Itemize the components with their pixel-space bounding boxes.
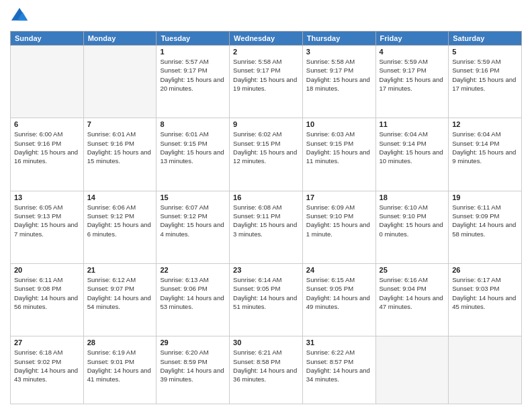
- calendar-cell: 13Sunrise: 6:05 AMSunset: 9:13 PMDayligh…: [11, 191, 84, 263]
- day-info: Sunrise: 6:19 AMSunset: 9:01 PMDaylight:…: [87, 348, 153, 383]
- calendar-cell: 25Sunrise: 6:16 AMSunset: 9:04 PMDayligh…: [375, 264, 449, 336]
- calendar-cell: 22Sunrise: 6:13 AMSunset: 9:06 PMDayligh…: [157, 264, 230, 336]
- weekday-header: Monday: [83, 32, 157, 46]
- day-number: 15: [160, 193, 226, 201]
- calendar-cell: [375, 336, 449, 404]
- calendar-cell: 24Sunrise: 6:15 AMSunset: 9:05 PMDayligh…: [302, 264, 375, 336]
- day-info: Sunrise: 6:02 AMSunset: 9:15 PMDaylight:…: [233, 130, 299, 165]
- day-number: 18: [380, 193, 445, 201]
- day-number: 21: [87, 266, 153, 274]
- calendar-cell: 6Sunrise: 6:00 AMSunset: 9:16 PMDaylight…: [11, 118, 84, 191]
- weekday-header: Saturday: [449, 32, 522, 46]
- calendar-week-row: 27Sunrise: 6:18 AMSunset: 9:02 PMDayligh…: [11, 336, 522, 404]
- day-number: 12: [452, 120, 518, 128]
- day-number: 7: [87, 120, 153, 128]
- day-info: Sunrise: 6:05 AMSunset: 9:13 PMDaylight:…: [14, 203, 80, 238]
- day-number: 31: [306, 338, 372, 347]
- calendar-cell: 5Sunrise: 5:59 AMSunset: 9:16 PMDaylight…: [449, 46, 522, 118]
- day-info: Sunrise: 6:14 AMSunset: 9:05 PMDaylight:…: [233, 275, 299, 311]
- day-number: 14: [87, 193, 153, 201]
- day-info: Sunrise: 5:59 AMSunset: 9:16 PMDaylight:…: [452, 57, 518, 93]
- day-number: 17: [306, 193, 372, 201]
- logo-icon: [10, 7, 29, 26]
- calendar-week-row: 13Sunrise: 6:05 AMSunset: 9:13 PMDayligh…: [11, 191, 522, 263]
- calendar-table: SundayMondayTuesdayWednesdayThursdayFrid…: [10, 31, 522, 404]
- day-number: 10: [306, 120, 372, 128]
- header: [10, 7, 522, 26]
- day-info: Sunrise: 6:01 AMSunset: 9:16 PMDaylight:…: [87, 130, 153, 165]
- day-info: Sunrise: 6:12 AMSunset: 9:07 PMDaylight:…: [87, 275, 153, 311]
- calendar-cell: [83, 46, 157, 118]
- day-number: 13: [14, 193, 80, 201]
- calendar-cell: [11, 46, 84, 118]
- weekday-header: Sunday: [11, 32, 84, 46]
- calendar-cell: 7Sunrise: 6:01 AMSunset: 9:16 PMDaylight…: [83, 118, 157, 191]
- calendar-cell: [449, 336, 522, 404]
- day-info: Sunrise: 6:06 AMSunset: 9:12 PMDaylight:…: [87, 203, 153, 238]
- calendar-cell: 31Sunrise: 6:22 AMSunset: 8:57 PMDayligh…: [302, 336, 375, 404]
- day-info: Sunrise: 5:57 AMSunset: 9:17 PMDaylight:…: [160, 57, 226, 93]
- day-number: 19: [452, 193, 518, 201]
- day-number: 6: [14, 120, 80, 128]
- calendar-cell: 23Sunrise: 6:14 AMSunset: 9:05 PMDayligh…: [230, 264, 303, 336]
- day-number: 29: [160, 338, 226, 347]
- day-info: Sunrise: 6:01 AMSunset: 9:15 PMDaylight:…: [160, 130, 226, 165]
- day-number: 27: [14, 338, 80, 347]
- day-info: Sunrise: 6:18 AMSunset: 9:02 PMDaylight:…: [14, 348, 80, 383]
- calendar-cell: 18Sunrise: 6:10 AMSunset: 9:10 PMDayligh…: [375, 191, 449, 263]
- day-info: Sunrise: 5:58 AMSunset: 9:17 PMDaylight:…: [233, 57, 299, 93]
- logo: [10, 7, 32, 26]
- day-number: 8: [160, 120, 226, 128]
- day-number: 28: [87, 338, 153, 347]
- day-info: Sunrise: 6:04 AMSunset: 9:14 PMDaylight:…: [380, 130, 445, 165]
- calendar-cell: 14Sunrise: 6:06 AMSunset: 9:12 PMDayligh…: [83, 191, 157, 263]
- day-number: 20: [14, 266, 80, 274]
- day-number: 26: [452, 266, 518, 274]
- calendar-cell: 21Sunrise: 6:12 AMSunset: 9:07 PMDayligh…: [83, 264, 157, 336]
- calendar-cell: 29Sunrise: 6:20 AMSunset: 8:59 PMDayligh…: [157, 336, 230, 404]
- calendar-cell: 19Sunrise: 6:11 AMSunset: 9:09 PMDayligh…: [449, 191, 522, 263]
- calendar-cell: 16Sunrise: 6:08 AMSunset: 9:11 PMDayligh…: [230, 191, 303, 263]
- calendar-cell: 11Sunrise: 6:04 AMSunset: 9:14 PMDayligh…: [375, 118, 449, 191]
- day-info: Sunrise: 6:22 AMSunset: 8:57 PMDaylight:…: [306, 348, 372, 383]
- day-info: Sunrise: 6:07 AMSunset: 9:12 PMDaylight:…: [160, 203, 226, 238]
- day-info: Sunrise: 6:13 AMSunset: 9:06 PMDaylight:…: [160, 275, 226, 311]
- calendar-cell: 4Sunrise: 5:59 AMSunset: 9:17 PMDaylight…: [375, 46, 449, 118]
- day-info: Sunrise: 6:09 AMSunset: 9:10 PMDaylight:…: [306, 203, 372, 238]
- day-number: 16: [233, 193, 299, 201]
- weekday-header: Friday: [375, 32, 449, 46]
- day-info: Sunrise: 6:11 AMSunset: 9:08 PMDaylight:…: [14, 275, 80, 311]
- calendar-cell: 8Sunrise: 6:01 AMSunset: 9:15 PMDaylight…: [157, 118, 230, 191]
- calendar-cell: 3Sunrise: 5:58 AMSunset: 9:17 PMDaylight…: [302, 46, 375, 118]
- day-info: Sunrise: 6:03 AMSunset: 9:15 PMDaylight:…: [306, 130, 372, 165]
- day-info: Sunrise: 6:16 AMSunset: 9:04 PMDaylight:…: [380, 275, 445, 311]
- calendar-cell: 27Sunrise: 6:18 AMSunset: 9:02 PMDayligh…: [11, 336, 84, 404]
- day-number: 5: [452, 48, 518, 56]
- day-number: 3: [306, 48, 372, 56]
- calendar-cell: 28Sunrise: 6:19 AMSunset: 9:01 PMDayligh…: [83, 336, 157, 404]
- calendar-week-row: 1Sunrise: 5:57 AMSunset: 9:17 PMDaylight…: [11, 46, 522, 118]
- calendar-cell: 15Sunrise: 6:07 AMSunset: 9:12 PMDayligh…: [157, 191, 230, 263]
- calendar-cell: 20Sunrise: 6:11 AMSunset: 9:08 PMDayligh…: [11, 264, 84, 336]
- day-number: 9: [233, 120, 299, 128]
- calendar-week-row: 6Sunrise: 6:00 AMSunset: 9:16 PMDaylight…: [11, 118, 522, 191]
- calendar-cell: 2Sunrise: 5:58 AMSunset: 9:17 PMDaylight…: [230, 46, 303, 118]
- page: SundayMondayTuesdayWednesdayThursdayFrid…: [0, 0, 532, 411]
- weekday-header: Tuesday: [157, 32, 230, 46]
- day-info: Sunrise: 6:17 AMSunset: 9:03 PMDaylight:…: [452, 275, 518, 311]
- weekday-header: Thursday: [302, 32, 375, 46]
- day-number: 25: [380, 266, 445, 274]
- calendar-header-row: SundayMondayTuesdayWednesdayThursdayFrid…: [11, 32, 522, 46]
- day-number: 22: [160, 266, 226, 274]
- calendar-cell: 10Sunrise: 6:03 AMSunset: 9:15 PMDayligh…: [302, 118, 375, 191]
- day-info: Sunrise: 6:10 AMSunset: 9:10 PMDaylight:…: [380, 203, 445, 238]
- day-info: Sunrise: 5:58 AMSunset: 9:17 PMDaylight:…: [306, 57, 372, 93]
- calendar-week-row: 20Sunrise: 6:11 AMSunset: 9:08 PMDayligh…: [11, 264, 522, 336]
- day-info: Sunrise: 6:00 AMSunset: 9:16 PMDaylight:…: [14, 130, 80, 165]
- calendar-cell: 1Sunrise: 5:57 AMSunset: 9:17 PMDaylight…: [157, 46, 230, 118]
- day-number: 2: [233, 48, 299, 56]
- day-number: 24: [306, 266, 372, 274]
- day-number: 23: [233, 266, 299, 274]
- day-number: 30: [233, 338, 299, 347]
- day-info: Sunrise: 6:11 AMSunset: 9:09 PMDaylight:…: [452, 203, 518, 238]
